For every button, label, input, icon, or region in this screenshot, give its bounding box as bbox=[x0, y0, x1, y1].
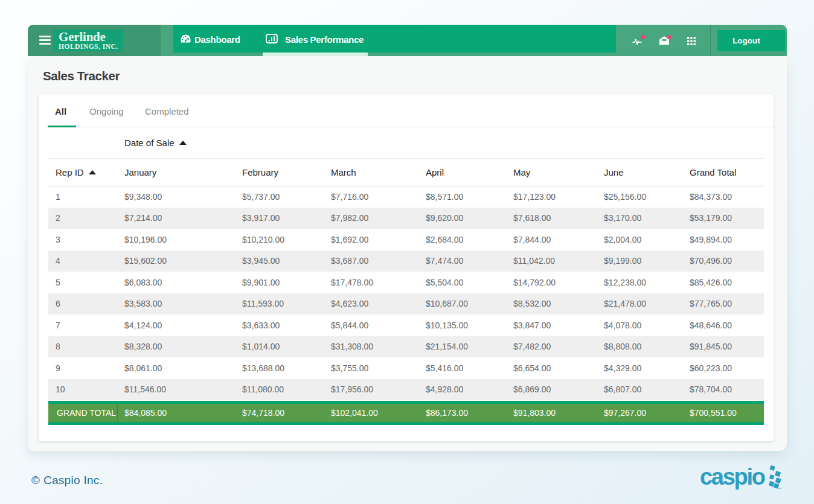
svg-text:caspio: caspio bbox=[700, 464, 765, 490]
